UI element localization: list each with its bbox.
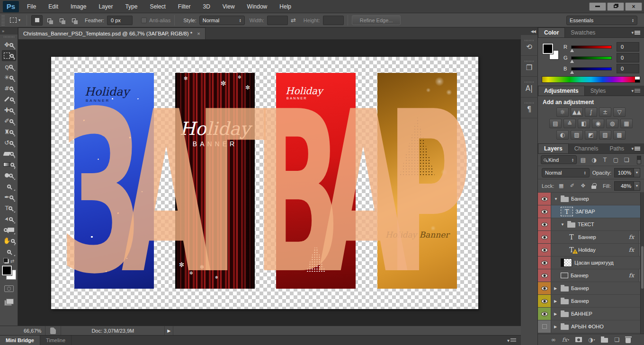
color-balance[interactable]: ≙ — [564, 119, 576, 128]
layer-name[interactable]: Баннер — [571, 298, 589, 304]
vibrance[interactable]: ▽ — [613, 107, 626, 117]
bottom-panel-menu-icon[interactable]: ▾ — [507, 336, 516, 345]
width-input[interactable] — [267, 16, 288, 25]
foreground-color-swatch[interactable] — [543, 44, 553, 54]
artboard[interactable]: Holiday BANNER ✼ ✼ ✼ ✼ Holiday BANNER ✼ … — [51, 57, 478, 309]
style-select[interactable]: Normal ▲▼ — [199, 16, 245, 25]
gradient-map[interactable]: ▧ — [599, 130, 611, 140]
height-input[interactable] — [323, 16, 344, 25]
visibility-toggle[interactable] — [538, 308, 551, 320]
default-and-swap-colors[interactable]: ⇄ — [3, 258, 14, 264]
blend-mode-select[interactable]: Normal ▲▼ — [542, 168, 590, 177]
tab-channels[interactable]: Channels — [569, 143, 604, 153]
clone-stamp-tool[interactable]: ♜ — [2, 126, 16, 137]
spot-healing-brush-tool[interactable]: ✚ — [2, 105, 16, 115]
workspace-select[interactable]: Essentials ▲▼ — [566, 16, 637, 25]
delete-layer-button[interactable] — [626, 336, 631, 343]
status-options-arrow[interactable]: ▶ — [165, 326, 173, 335]
opacity-dropdown-arrow[interactable]: ▼ — [634, 168, 640, 177]
visibility-toggle[interactable] — [538, 257, 551, 269]
expand-caret-icon[interactable]: ▼ — [554, 197, 558, 201]
layer-row-content[interactable]: ▶ T T! T Баннер fx ▾ — [551, 282, 644, 294]
slider-thumb[interactable] — [570, 71, 574, 74]
menu-item[interactable]: Filter — [172, 0, 197, 13]
visibility-toggle[interactable] — [538, 320, 551, 333]
fill-value[interactable]: 48% — [614, 181, 634, 191]
layer-name[interactable]: ТЕКСТ — [578, 221, 594, 227]
black-white[interactable]: ◧ — [578, 119, 590, 128]
brush-tool[interactable]: ✐ — [2, 115, 16, 126]
layer-filter-kind-select[interactable]: Kind ▲▼ — [541, 155, 577, 164]
foreground-color-swatch[interactable] — [2, 265, 12, 275]
eyedropper-tool[interactable] — [2, 94, 16, 105]
visibility-toggle[interactable] — [538, 231, 551, 243]
filter-smart-objects[interactable]: ❏ — [622, 155, 632, 164]
threshold[interactable]: ◩ — [585, 130, 597, 140]
history-brush-tool[interactable]: ↺ — [2, 137, 16, 148]
path-selection-tool[interactable]: ➤ — [2, 213, 16, 224]
channel-mixer[interactable]: ◍ — [606, 119, 618, 128]
feather-input[interactable]: 0 px — [107, 16, 133, 25]
zoom-level-field[interactable]: 66,67% — [20, 326, 45, 335]
layer-row-content[interactable]: T T! T Баннер fx ▾ — [551, 269, 644, 282]
filter-shape-layers[interactable]: ▢ — [611, 155, 621, 164]
swap-colors-icon[interactable]: ⇄ — [10, 258, 14, 264]
layer-row-content[interactable]: ▶ T T! T Баннер fx ▾ — [551, 295, 644, 307]
scrollbar-thumb[interactable] — [641, 246, 644, 289]
intersect-selection-button[interactable] — [68, 15, 80, 26]
menu-item[interactable]: File — [21, 0, 42, 13]
lasso-tool[interactable]: ϙ — [2, 61, 16, 72]
new-group-button[interactable] — [601, 337, 608, 343]
expand-caret-icon[interactable]: ▶ — [554, 286, 558, 291]
fill-dropdown-arrow[interactable]: ▼ — [634, 181, 640, 191]
anti-alias-checkbox[interactable] — [141, 18, 147, 23]
hand-tool[interactable]: ✋ — [2, 235, 16, 246]
layer-name[interactable]: Holiday — [578, 247, 596, 253]
expand-caret-icon[interactable]: ▶ — [554, 312, 558, 316]
tab-adjustments[interactable]: Adjustments — [538, 86, 585, 96]
layer-row[interactable]: ▶ T T! T АРЫН ФОНО fx ▾ — [538, 320, 644, 333]
layer-row[interactable]: T T! T Баннер fx ▾ — [538, 269, 644, 282]
layer-row[interactable]: ▶ T T! T Баннер fx ▾ — [538, 282, 644, 295]
photo-filter[interactable]: ◉ — [592, 119, 604, 128]
visibility-toggle[interactable] — [538, 193, 551, 205]
slider-thumb[interactable] — [570, 49, 574, 52]
layer-row-content[interactable]: T T! T ЗАГВАР fx ▾ — [551, 205, 644, 218]
lock-transparent-pixels-button[interactable]: ▦ — [557, 182, 565, 190]
new-adjustment-layer-button[interactable]: ◑▾ — [588, 336, 595, 343]
history-panel[interactable]: ⟲ — [521, 35, 538, 56]
blue-channel-slider[interactable] — [571, 67, 612, 71]
gradient-tool[interactable] — [2, 159, 16, 170]
link-layers-button[interactable]: ∞ — [551, 336, 556, 343]
layer-styles-button[interactable]: fx▾ — [562, 336, 569, 343]
visibility-toggle[interactable] — [538, 282, 551, 294]
expand-caret-icon[interactable]: ▶ — [554, 325, 558, 329]
swap-dimensions-icon[interactable]: ⇄ — [291, 17, 296, 24]
filter-type-layers[interactable]: T — [600, 155, 610, 164]
dock-collapse-button[interactable]: ◀◀ — [521, 27, 537, 35]
tab-styles[interactable]: Styles — [585, 86, 612, 96]
zoom-tool[interactable] — [2, 246, 16, 257]
tab-swatches[interactable]: Swatches — [565, 27, 601, 37]
menu-item[interactable]: Image — [64, 0, 92, 13]
menu-item[interactable]: View — [216, 0, 241, 13]
add-layer-mask-button[interactable] — [575, 337, 582, 342]
levels[interactable]: ▲▲ — [571, 107, 583, 117]
lock-image-pixels-button[interactable]: ✐ — [568, 182, 576, 190]
layer-name[interactable]: ЗАГВАР — [575, 209, 595, 214]
layer-row-content[interactable]: T T! T Цасан ширхгууд fx ▾ — [551, 257, 644, 269]
dodge-tool[interactable] — [2, 181, 16, 192]
document-tab[interactable]: Christmas_Banner_PSD_Templates.psd @ 66,… — [18, 27, 206, 39]
red-channel-value[interactable]: 0 — [617, 42, 639, 52]
layer-row[interactable]: T T! T Цасан ширхгууд fx ▾ — [538, 257, 644, 269]
rectangular-marquee-tool[interactable] — [2, 50, 16, 61]
visibility-toggle[interactable] — [538, 244, 551, 256]
magic-wand-tool[interactable]: ✳ — [2, 72, 16, 83]
blue-channel-value[interactable]: 0 — [617, 64, 639, 73]
subtract-from-selection-button[interactable] — [56, 15, 67, 26]
layer-row[interactable]: ▶ T T! T БАННЕР fx ▾ — [538, 308, 644, 320]
layer-name[interactable]: Баннер — [571, 285, 589, 291]
layer-fx-badge[interactable]: fx — [629, 272, 634, 279]
restore-button[interactable] — [607, 2, 624, 11]
toolbar-grip[interactable] — [4, 36, 14, 38]
